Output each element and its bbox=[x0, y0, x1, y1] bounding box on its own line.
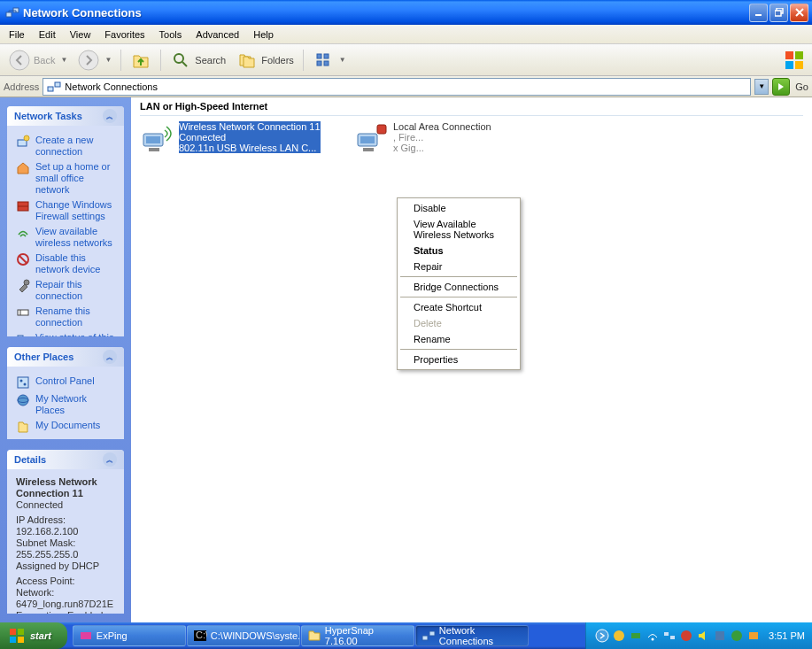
place-my-computer[interactable]: My Computer bbox=[16, 436, 115, 439]
task-create-connection[interactable]: Create a new connection bbox=[16, 133, 115, 159]
network-icon bbox=[421, 629, 436, 643]
close-button[interactable] bbox=[790, 4, 808, 22]
tray-icon[interactable] bbox=[746, 629, 761, 643]
network-places-icon bbox=[16, 393, 30, 407]
ctx-properties[interactable]: Properties bbox=[399, 352, 518, 367]
menubar: File Edit View Favorites Tools Advanced … bbox=[0, 25, 812, 44]
ctx-status[interactable]: Status bbox=[399, 243, 518, 259]
svg-rect-48 bbox=[81, 632, 91, 639]
tray-icon[interactable] bbox=[679, 629, 693, 643]
folders-icon bbox=[236, 50, 258, 71]
taskbar-buttons: ExPing C:\C:\WINDOWS\syste... HyperSnap … bbox=[67, 622, 585, 649]
place-my-documents[interactable]: My Documents bbox=[16, 418, 115, 436]
cmd-icon: C:\ bbox=[193, 629, 207, 643]
svg-point-61 bbox=[731, 630, 742, 641]
menu-help[interactable]: Help bbox=[246, 27, 281, 42]
ctx-rename[interactable]: Rename bbox=[399, 331, 518, 347]
tray-icon[interactable] bbox=[730, 629, 744, 643]
menu-tools[interactable]: Tools bbox=[152, 27, 189, 42]
tray-expand-icon[interactable] bbox=[595, 629, 609, 643]
svg-point-56 bbox=[652, 638, 654, 641]
tray-network-icon[interactable] bbox=[662, 629, 677, 643]
connection-lan[interactable]: Local Area Connection , Fire... x Gig... bbox=[354, 121, 558, 157]
details-header[interactable]: Details ︽ bbox=[7, 450, 124, 469]
ctx-separator bbox=[400, 297, 517, 297]
task-setup-network[interactable]: Set up a home or small office network bbox=[16, 159, 115, 197]
svg-rect-10 bbox=[317, 61, 321, 66]
addressbar: Address Network Connections ▼ Go bbox=[0, 76, 812, 97]
svg-line-23 bbox=[19, 256, 27, 263]
ctx-view-networks[interactable]: View Available Wireless Networks bbox=[399, 216, 518, 243]
task-firewall[interactable]: Change Windows Firewall settings bbox=[16, 197, 115, 224]
search-button[interactable]: Search bbox=[165, 46, 231, 74]
menu-file[interactable]: File bbox=[2, 27, 32, 42]
svg-point-32 bbox=[24, 383, 27, 386]
menu-edit[interactable]: Edit bbox=[32, 27, 63, 42]
views-button[interactable]: ▼ bbox=[307, 46, 352, 74]
tray-icon[interactable] bbox=[713, 629, 727, 643]
details-status: Connected bbox=[16, 499, 115, 511]
network-connections-icon bbox=[47, 80, 61, 94]
task-exping[interactable]: ExPing bbox=[73, 625, 186, 646]
network-tasks-header[interactable]: Network Tasks ︽ bbox=[7, 106, 124, 126]
tray-icon[interactable] bbox=[629, 629, 643, 643]
forward-icon bbox=[78, 50, 99, 71]
ctx-repair[interactable]: Repair bbox=[399, 259, 518, 274]
place-network-places[interactable]: My Network Places bbox=[16, 391, 115, 418]
restore-button[interactable] bbox=[769, 4, 788, 22]
network-tasks-title: Network Tasks bbox=[14, 111, 82, 121]
connection-device: 802.11n USB Wireless LAN C... bbox=[179, 143, 321, 153]
task-view-wireless[interactable]: View available wireless networks bbox=[16, 224, 115, 251]
svg-rect-27 bbox=[18, 336, 23, 336]
details-title: Details bbox=[14, 454, 46, 465]
task-status[interactable]: View status of this connection bbox=[16, 330, 115, 336]
menu-advanced[interactable]: Advanced bbox=[189, 27, 246, 42]
details-name: Wireless Network Connection 11 bbox=[16, 476, 97, 498]
back-button[interactable]: Back ▼ bbox=[4, 46, 73, 74]
go-label: Go bbox=[795, 81, 808, 92]
task-hypersnap[interactable]: HyperSnap 7.16.00 bbox=[301, 625, 414, 646]
svg-rect-25 bbox=[18, 310, 28, 315]
repair-icon bbox=[16, 279, 30, 293]
place-control-panel[interactable]: Control Panel bbox=[16, 374, 115, 391]
address-dropdown-button[interactable]: ▼ bbox=[754, 79, 769, 95]
windows-xp-logo-icon bbox=[782, 48, 807, 73]
address-input[interactable]: Network Connections bbox=[43, 78, 751, 96]
menu-favorites[interactable]: Favorites bbox=[97, 27, 151, 42]
taskbar: start ExPing C:\C:\WINDOWS\syste... Hype… bbox=[0, 622, 812, 649]
forward-button[interactable]: ▼ bbox=[73, 46, 117, 74]
minimize-button[interactable] bbox=[749, 4, 768, 22]
ctx-disable[interactable]: Disable bbox=[399, 200, 518, 216]
system-tray[interactable]: 3:51 PM bbox=[585, 622, 812, 649]
ctx-shortcut[interactable]: Create Shortcut bbox=[399, 299, 518, 315]
svg-rect-0 bbox=[6, 12, 12, 17]
task-repair[interactable]: Repair this connection bbox=[16, 277, 115, 304]
tray-wireless-icon[interactable] bbox=[646, 629, 660, 643]
other-places-header[interactable]: Other Places ︽ bbox=[7, 347, 124, 367]
connection-status: , Fire... bbox=[393, 132, 491, 143]
clock[interactable]: 3:51 PM bbox=[769, 630, 805, 641]
connection-wireless[interactable]: Wireless Network Connection 11 Connected… bbox=[140, 121, 344, 157]
ctx-bridge[interactable]: Bridge Connections bbox=[399, 279, 518, 295]
up-button[interactable] bbox=[125, 46, 157, 74]
start-button[interactable]: start bbox=[0, 622, 67, 649]
svg-rect-47 bbox=[18, 637, 24, 643]
control-panel-icon bbox=[16, 375, 30, 390]
folders-button[interactable]: Folders bbox=[231, 46, 299, 74]
other-places-panel: Other Places ︽ Control Panel My Network … bbox=[7, 347, 124, 439]
start-label: start bbox=[30, 630, 51, 641]
task-cmd[interactable]: C:\C:\WINDOWS\syste... bbox=[187, 625, 300, 646]
menu-view[interactable]: View bbox=[63, 27, 98, 42]
back-icon bbox=[9, 50, 30, 71]
tray-volume-icon[interactable] bbox=[696, 629, 710, 643]
tray-icon[interactable] bbox=[612, 629, 626, 643]
task-network-connections[interactable]: Network Connections bbox=[415, 625, 529, 646]
task-rename[interactable]: Rename this connection bbox=[16, 304, 115, 330]
svg-point-5 bbox=[10, 50, 29, 70]
content-pane: LAN or High-Speed Internet Wireless Netw… bbox=[131, 97, 812, 622]
address-value: Network Connections bbox=[65, 81, 158, 92]
go-button[interactable] bbox=[772, 78, 790, 96]
task-disable[interactable]: Disable this network device bbox=[16, 251, 115, 277]
svg-rect-12 bbox=[785, 51, 793, 59]
collapse-icon: ︽ bbox=[103, 452, 117, 467]
